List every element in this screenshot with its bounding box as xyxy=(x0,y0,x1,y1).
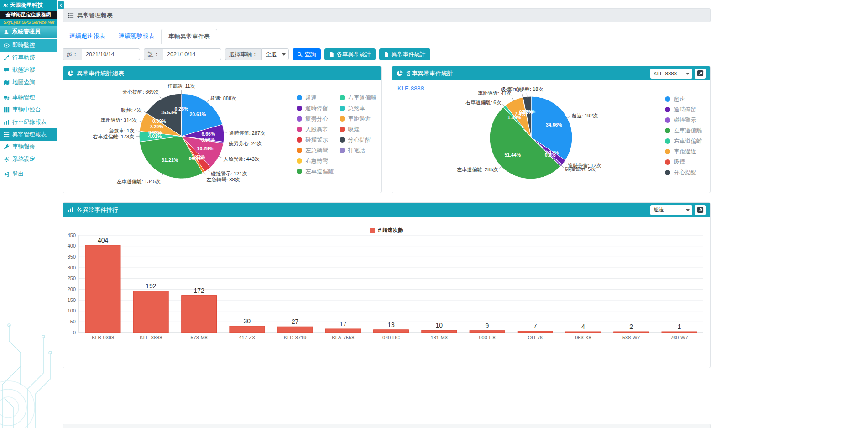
legend-item[interactable]: 逾時停留 xyxy=(665,107,702,112)
legend-item[interactable]: 吸煙 xyxy=(665,159,702,165)
sidebar-item-5[interactable]: 車輛中控台 xyxy=(0,104,57,116)
legend-item[interactable]: 超速 xyxy=(297,95,334,100)
legend-item[interactable]: 分心提醒 xyxy=(665,170,702,175)
expand-button[interactable] xyxy=(695,69,706,79)
pie-slice-pct: 0.26% xyxy=(175,106,188,111)
x-axis-label: 417-ZX xyxy=(239,335,256,340)
pie-slice-label: 急煞車: 1次 xyxy=(109,128,134,133)
sidebar-item-1[interactable]: 行車軌跡 xyxy=(0,52,57,64)
legend-item[interactable]: 車距過近 xyxy=(665,149,702,154)
legend-dot xyxy=(340,106,345,111)
legend-label: 超速 xyxy=(674,95,685,103)
bar-value: 192 xyxy=(146,282,157,290)
tab-label: 連續超速報表 xyxy=(69,32,105,39)
vehicle-stats-button[interactable]: 各車異常統計 xyxy=(324,48,376,60)
legend-item[interactable]: 逾時停留 xyxy=(297,106,334,111)
sidebar-item-3[interactable]: 地圖查詢 xyxy=(0,76,57,89)
vehicle-link[interactable]: KLE-8888 xyxy=(397,85,424,92)
summary-pie-title: 異常事件統計總表 xyxy=(77,69,124,78)
vehicle-pie-chart: 34.66%2.17%0.9%51.44%1.08%7.4%0.18%3.25%… xyxy=(392,80,664,193)
legend-item[interactable]: 右急轉彎 xyxy=(297,158,334,164)
legend-item[interactable]: 疲勞分心 xyxy=(297,116,334,122)
sidebar-item-2[interactable]: 狀態追蹤 xyxy=(0,64,57,76)
bar[interactable] xyxy=(230,326,265,333)
legend-item[interactable]: 打電話 xyxy=(340,148,377,153)
bar[interactable] xyxy=(614,332,649,333)
bar-legend-label: # 超速次數 xyxy=(378,227,403,234)
legend-column: 超速逾時停留碰撞警示左車道偏離右車道偏離車距過近吸煙分心提醒 xyxy=(665,96,702,175)
tab-2[interactable]: 車輛異常事件表 xyxy=(161,29,217,44)
vehicle-select[interactable]: 全選 xyxy=(261,48,289,60)
bar-value: 17 xyxy=(340,320,347,328)
query-button[interactable]: 查詢 xyxy=(293,48,321,60)
user-row[interactable]: 系統管理員 xyxy=(0,26,57,38)
sidebar-item-label: 車輛管理 xyxy=(12,94,35,101)
sidebar-item-4[interactable]: 車輛管理 xyxy=(0,91,57,104)
legend-item[interactable]: 左車道偏離 xyxy=(297,169,334,174)
bar[interactable] xyxy=(662,332,697,333)
vehicle-picker-select[interactable]: KLE-8888 xyxy=(650,69,692,79)
vehicle-pie-card: 各車異常事件統計 KLE-8888 KLE-8888 34.66%2.17%0.… xyxy=(392,66,711,193)
pie-slice-pct: 3.25% xyxy=(522,109,535,114)
caret-down-icon xyxy=(282,53,286,56)
pie-slice-pct: 7.29% xyxy=(150,124,163,129)
pie-chart-icon xyxy=(397,70,403,76)
bar[interactable] xyxy=(566,332,601,333)
legend-item[interactable]: 超速 xyxy=(665,96,702,102)
sidebar-item-0[interactable]: 即時監控 xyxy=(0,39,57,52)
sidebar-item-7[interactable]: 異常管理報表 xyxy=(0,128,57,141)
sidebar-item-6[interactable]: 行車紀錄報表 xyxy=(0,116,57,128)
legend-item[interactable]: 右車道偏離 xyxy=(340,95,377,100)
pie-chart-icon xyxy=(68,70,73,76)
pie-label-line xyxy=(207,169,210,172)
legend-item[interactable]: 碰撞警示 xyxy=(665,117,702,123)
bar[interactable] xyxy=(325,329,361,333)
legend-item[interactable]: 急煞車 xyxy=(340,106,377,111)
pie-slice-label: 左車道偏離: 285次 xyxy=(457,167,498,172)
start-date-input[interactable] xyxy=(82,48,140,60)
bar[interactable] xyxy=(277,327,313,333)
pie-slice-pct: 6.66% xyxy=(202,131,215,137)
summary-pie-body: 20.61%6.66%0.56%10.28%2.81%0.88%31.21%4.… xyxy=(63,80,381,193)
bar-legend[interactable]: # 超速次數 xyxy=(63,227,710,234)
x-axis-label: 573-M8 xyxy=(190,335,207,340)
bar[interactable] xyxy=(518,331,553,333)
sidebar: 天眼衛星科技 全球衛星定位服務網 SkyEyes GPS Service Net… xyxy=(0,0,57,428)
tab-0[interactable]: 連續超速報表 xyxy=(63,29,112,44)
bar-value: 9 xyxy=(486,322,489,329)
legend-item[interactable]: 右車道偏離 xyxy=(665,138,702,144)
legend-item[interactable]: 分心提醒 xyxy=(340,137,377,143)
legend-item[interactable]: 吸煙 xyxy=(340,127,377,132)
legend-dot xyxy=(665,149,670,154)
legend-item[interactable]: 人臉異常 xyxy=(297,127,334,132)
legend-dot xyxy=(297,95,302,100)
pie-slice-label: 碰撞警示: 5次 xyxy=(565,166,596,172)
legend-item[interactable]: 左車道偏離 xyxy=(665,128,702,133)
sidebar-collapse-button[interactable] xyxy=(58,1,64,9)
tab-1[interactable]: 連續駕駛報表 xyxy=(112,29,161,44)
bar[interactable] xyxy=(374,330,409,333)
summary-pie-header: 異常事件統計總表 xyxy=(63,66,381,80)
legend-dot xyxy=(340,127,345,132)
legend-dot xyxy=(340,137,345,143)
bar[interactable] xyxy=(133,291,168,333)
legend-item[interactable]: 左急轉彎 xyxy=(297,148,334,153)
sidebar-item-9[interactable]: 系統設定 xyxy=(0,153,57,165)
y-axis-tick: 100 xyxy=(68,308,76,313)
expand-button[interactable] xyxy=(695,205,706,215)
bar[interactable] xyxy=(85,245,120,333)
event-picker-select[interactable]: 超速 xyxy=(650,205,692,215)
legend-item[interactable]: 碰撞警示 xyxy=(297,137,334,143)
event-stats-button[interactable]: 異常事件統計 xyxy=(379,48,430,60)
bar[interactable] xyxy=(182,296,217,333)
sidebar-item-10[interactable]: 登出 xyxy=(0,168,57,180)
bar[interactable] xyxy=(470,331,505,333)
end-date-input[interactable] xyxy=(163,48,221,60)
legend-item[interactable]: 車距過近 xyxy=(340,116,377,122)
tab-bar: 連續超速報表連續駕駛報表車輛異常事件表 xyxy=(63,29,711,44)
sidebar-item-8[interactable]: 車輛報修 xyxy=(0,141,57,153)
brand-subtitle: 全球衛星定位服務網 xyxy=(0,11,57,19)
bar-value: 4 xyxy=(581,323,585,330)
pie-slice-pct: 0.09% xyxy=(152,118,166,124)
bar[interactable] xyxy=(422,330,457,333)
